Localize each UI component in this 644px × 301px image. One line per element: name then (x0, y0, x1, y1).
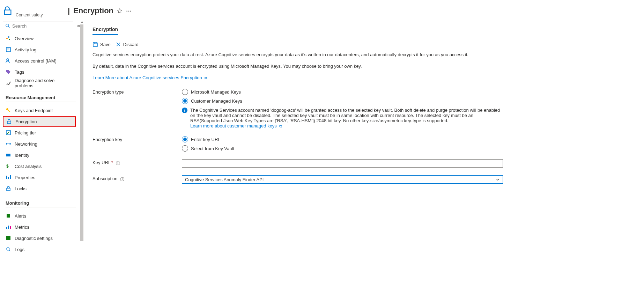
svg-point-3 (8, 36, 9, 38)
cost-icon: $ (6, 163, 11, 169)
learn-more-link[interactable]: Learn More about Azure Cognitive service… (92, 75, 207, 80)
sidebar-item-keys-endpoint[interactable]: Keys and Endpoint (3, 105, 76, 116)
cmk-learn-more-link[interactable]: Learn more about customer managed keys ⧉ (190, 123, 282, 129)
encryption-key-radio-group: Enter key URI Select from Key Vault (182, 136, 503, 152)
sidebar-item-identity[interactable]: Identity (3, 149, 76, 161)
sidebar-item-logs[interactable]: Logs (3, 244, 76, 255)
radio-customer-managed[interactable]: Customer Managed Keys (182, 98, 503, 104)
encryption-key-label: Encryption key (92, 136, 182, 142)
discard-label: Discard (123, 42, 139, 47)
sidebar-item-networking[interactable]: Networking (3, 138, 76, 149)
svg-point-9 (10, 82, 11, 83)
svg-rect-17 (6, 154, 10, 156)
search-icon (5, 23, 10, 28)
radio-enter-key-uri[interactable]: Enter key URI (182, 136, 503, 142)
nav-resource: Keys and Endpoint Encryption Pricing tie… (3, 105, 76, 194)
link-text: Learn More about Azure Cognitive service… (92, 75, 202, 80)
sidebar: ≪ Overview Activity log Access control (… (0, 20, 79, 301)
nav-label: Diagnose and solve problems (15, 78, 73, 88)
radio-label: Enter key URI (191, 137, 219, 142)
radio-label: Select from Key Vault (191, 146, 234, 151)
svg-point-14 (6, 143, 7, 145)
radio-select-key-vault[interactable]: Select from Key Vault (182, 145, 503, 152)
nav-label: Encryption (15, 119, 37, 124)
row-encryption-key: Encryption key Enter key URI Select from… (92, 136, 641, 152)
sidebar-item-locks[interactable]: Locks (3, 183, 76, 194)
nav-section-resource-management: Resource Management (6, 95, 76, 102)
tab-encryption[interactable]: Encryption (92, 27, 118, 35)
sidebar-item-properties[interactable]: Properties (3, 172, 76, 183)
main-content: Encryption Save Discard Cognitive servic… (79, 20, 644, 301)
sidebar-item-cost-analysis[interactable]: $ Cost analysis (3, 161, 76, 172)
sidebar-item-encryption[interactable]: Encryption (3, 116, 76, 127)
sidebar-search[interactable] (3, 22, 73, 30)
nav-label: Alerts (15, 213, 26, 219)
sidebar-item-tags[interactable]: Tags (3, 66, 76, 78)
svg-point-4 (9, 39, 10, 40)
svg-rect-21 (10, 175, 11, 179)
encryption-type-radio-group: Microsoft Managed Keys Customer Managed … (182, 89, 503, 104)
nav-label: Pricing tier (15, 130, 36, 135)
identity-icon (6, 152, 11, 158)
link-text: Learn more about customer managed keys (190, 123, 277, 129)
svg-point-0 (6, 24, 9, 27)
save-button[interactable]: Save (92, 42, 111, 47)
subscription-label-text: Subscription (92, 176, 118, 181)
radio-icon (182, 136, 188, 142)
sidebar-item-pricing-tier[interactable]: Pricing tier (3, 127, 76, 138)
nav-label: Networking (15, 141, 37, 147)
radio-microsoft-managed[interactable]: Microsoft Managed Keys (182, 89, 503, 95)
tab-row: Encryption (92, 27, 641, 35)
key-uri-label-text: Key URI (92, 160, 109, 165)
sidebar-item-metrics[interactable]: Metrics (3, 221, 76, 233)
external-link-icon: ⧉ (205, 76, 207, 80)
svg-line-1 (8, 27, 10, 28)
logs-icon (6, 247, 11, 252)
subscription-select[interactable]: Cognitive Services Anomaly Finder API (182, 175, 503, 184)
more-actions-icon[interactable]: ⋯ (126, 8, 132, 14)
svg-rect-25 (8, 226, 9, 229)
svg-rect-23 (7, 214, 10, 218)
radio-icon (182, 89, 188, 95)
radio-icon (182, 98, 188, 104)
locks-icon (6, 186, 11, 191)
alerts-icon (6, 213, 11, 219)
sidebar-item-activity-log[interactable]: Activity log (3, 44, 76, 55)
svg-rect-22 (7, 188, 10, 191)
info-icon: i (182, 108, 187, 113)
svg-rect-27 (6, 236, 10, 240)
encryption-icon (6, 119, 12, 124)
sidebar-item-overview[interactable]: Overview (3, 33, 76, 44)
discard-button[interactable]: Discard (116, 42, 139, 47)
svg-line-29 (9, 250, 10, 251)
page-title-row: | Encryption ⋯ (68, 6, 132, 15)
sidebar-search-input[interactable] (12, 23, 71, 29)
info-icon[interactable]: i (120, 177, 124, 181)
save-icon (92, 42, 98, 47)
sidebar-scrollbar[interactable]: ▲ (80, 20, 84, 301)
radio-label: Customer Managed Keys (191, 98, 242, 104)
required-asterisk: * (111, 160, 113, 165)
sidebar-item-diagnose[interactable]: Diagnose and solve problems (3, 78, 76, 89)
info-icon[interactable]: i (116, 161, 120, 165)
svg-point-15 (9, 143, 11, 145)
scroll-up-arrow-icon[interactable]: ▲ (80, 20, 84, 24)
favorite-star-icon[interactable] (117, 8, 123, 14)
save-label: Save (100, 42, 111, 47)
sidebar-item-access-control[interactable]: Access control (IAM) (3, 55, 76, 66)
nav-top: Overview Activity log Access control (IA… (3, 33, 76, 89)
sidebar-item-diagnostic-settings[interactable]: Diagnostic settings (3, 233, 76, 244)
row-encryption-type: Encryption type Microsoft Managed Keys C… (92, 89, 641, 129)
subscription-label: Subscription i (92, 175, 182, 181)
page-title: Encryption (73, 6, 113, 15)
title-separator: | (68, 6, 70, 15)
external-link-icon: ⧉ (279, 124, 282, 128)
networking-icon (6, 141, 11, 147)
nav-label: Tags (15, 69, 24, 75)
encryption-type-label: Encryption type (92, 89, 182, 95)
sidebar-item-alerts[interactable]: Alerts (3, 210, 76, 221)
key-uri-input[interactable] (182, 159, 503, 168)
svg-rect-24 (6, 227, 7, 229)
diagnose-icon (6, 80, 11, 86)
scroll-thumb[interactable] (80, 24, 83, 241)
